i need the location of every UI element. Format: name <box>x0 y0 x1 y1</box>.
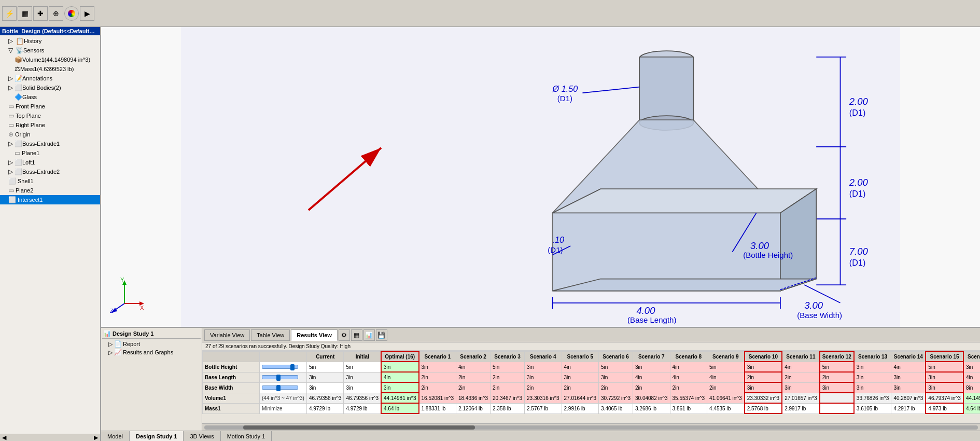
row-s14-base-width: 3in <box>891 382 926 393</box>
bottom-tab-motion-study[interactable]: Motion Study 1 <box>221 431 272 441</box>
tree-item-top-plane[interactable]: ▭ Top Plane <box>0 111 100 120</box>
ds-item-results[interactable]: ▷ 📈 Results and Graphs <box>102 348 201 356</box>
row-s7-bottle-height: 3in <box>633 362 670 372</box>
tree-label-annotations: Annotations <box>22 75 52 81</box>
table-scroll-bar[interactable] <box>202 423 980 431</box>
top-plane-icon: ▭ <box>8 112 14 119</box>
svg-text:(D1): (D1) <box>849 258 865 267</box>
row-s14-base-length: 3in <box>891 372 926 382</box>
row-s11-base-width: 3in <box>782 382 820 393</box>
tree-item-boss-extrude2[interactable]: ▷ ⬜ Boss-Extrude2 <box>0 167 100 176</box>
tree-item-history[interactable]: ▷ 📋 History <box>0 36 100 46</box>
row-s16-bottle-height: 3in <box>963 362 980 372</box>
tree-item-solid-bodies[interactable]: ▷ ⬜ Solid Bodies(2) <box>0 83 100 92</box>
row-slider-base-width[interactable] <box>260 382 307 393</box>
tree-item-boss-extrude1[interactable]: ▷ ⬜ Boss-Extrude1 <box>0 139 100 148</box>
row-s6-bottle-height: 5in <box>599 362 633 372</box>
scroll-track[interactable] <box>204 425 978 430</box>
row-s14-bottle-height: 4in <box>891 362 926 372</box>
table-icon-btn[interactable]: ▦ <box>351 329 362 341</box>
row-s10-volume1: 23.30332 in^3 <box>745 393 782 403</box>
row-s5-volume1: 27.01644 in^3 <box>562 393 599 403</box>
row-s2-bottle-height: 4in <box>456 362 491 372</box>
tree-scroll-bar[interactable]: ◀ ▶ <box>0 434 100 441</box>
row-s12-mass1 <box>820 403 854 414</box>
col-header-s7: Scenario 7 <box>633 351 670 362</box>
tree-item-mass[interactable]: ⚖ Mass1(4.6399523 lb) <box>0 64 100 74</box>
row-constraint-mass1: Minimize <box>260 403 307 414</box>
3d-views-tab-label: 3D Views <box>190 433 214 439</box>
row-s7-base-length: 4in <box>633 372 670 382</box>
tree-item-annotations[interactable]: ▷ 📝 Annotations <box>0 74 100 83</box>
chart-icon-btn[interactable]: 📊 <box>363 329 375 341</box>
row-s15-mass1: 4.973 lb <box>926 403 963 414</box>
tab-results-view[interactable]: Results View <box>291 329 338 341</box>
row-slider-base-length[interactable] <box>260 372 307 382</box>
tree-item-volume[interactable]: 📦 Volume1(44.1498094 in^3) <box>0 55 100 64</box>
toolbar-btn-4[interactable]: ⊕ <box>49 6 63 21</box>
tree-item-intersect1[interactable]: ⬜ Intersect1 <box>0 195 100 204</box>
svg-text:(D1): (D1) <box>849 189 865 198</box>
col-header-s14: Scenario 14 <box>891 351 926 362</box>
tree-item-plane2[interactable]: ▭ Plane2 <box>0 186 100 195</box>
row-s14-volume1: 40.2807 in^3 <box>891 393 926 403</box>
row-s1-volume1: 16.52081 in^3 <box>419 393 456 403</box>
toolbar-btn-5[interactable] <box>64 6 79 21</box>
bottom-tab-model[interactable]: Model <box>101 431 130 441</box>
scroll-right-icon[interactable]: ▶ <box>94 434 98 441</box>
scroll-left-icon[interactable]: ◀ <box>2 434 6 441</box>
svg-text:Z: Z <box>110 308 114 314</box>
tree-item-plane1[interactable]: ▭ Plane1 <box>0 148 100 158</box>
results-label: Results and Graphs <box>123 349 173 355</box>
toolbar-btn-1[interactable]: ⚡ <box>2 6 17 21</box>
right-area: 2.00 (D1) 2.00 (D1) 7.00 (D1) <box>101 27 980 441</box>
toolbar-btn-expand[interactable]: ▶ <box>80 6 94 21</box>
table-row-base-length: Base Length 3in 3in 4in 2in 2in 2in <box>203 372 981 382</box>
tab-variable-view[interactable]: Variable View <box>204 329 250 341</box>
row-s5-base-width: 2in <box>562 382 599 393</box>
bottom-tab-design-study[interactable]: Design Study 1 <box>130 431 184 441</box>
row-slider-bottle-height[interactable] <box>260 362 307 372</box>
tree-label-mass: Mass1(4.6399523 lb) <box>20 66 74 72</box>
tree-item-origin[interactable]: ⊕ Origin <box>0 130 100 139</box>
col-header-s9: Scenario 9 <box>707 351 745 362</box>
results-table-container[interactable]: Current Initial Optimal (16) Scenario 1 … <box>202 351 980 423</box>
plane1-icon: ▭ <box>15 149 20 157</box>
bottom-tab-3d-views[interactable]: 3D Views <box>184 431 220 441</box>
toolbar-btn-3[interactable]: ✚ <box>33 6 48 21</box>
tree-item-shell1[interactable]: ⬜ Shell1 <box>0 176 100 186</box>
tree-item-right-plane[interactable]: ▭ Right Plane <box>0 120 100 130</box>
tree-item-loft1[interactable]: ▷ ⬜ Loft1 <box>0 158 100 167</box>
settings-icon-btn[interactable]: ⚙ <box>339 329 350 341</box>
expand-icon-sensors: ▽ <box>8 47 13 54</box>
row-initial-base-length: 3in <box>344 372 381 382</box>
row-name-mass1: Mass1 <box>203 403 260 414</box>
tree-label-origin: Origin <box>15 131 30 137</box>
design-study-icon: 📊 <box>103 330 111 337</box>
tree-item-front-plane[interactable]: ▭ Front Plane <box>0 102 100 111</box>
main-layout: Bottle_Design (Default<<Default>_Di ▷ 📋 … <box>0 27 980 441</box>
row-s6-mass1: 3.4065 lb <box>599 403 633 414</box>
toolbar-btn-2[interactable]: ▦ <box>18 6 32 21</box>
viewport[interactable]: 2.00 (D1) 2.00 (D1) 7.00 (D1) <box>101 27 980 327</box>
bottom-tabs: Model Design Study 1 3D Views Motion Stu… <box>101 431 980 441</box>
row-s4-base-length: 3in <box>525 372 562 382</box>
row-s13-bottle-height: 3in <box>854 362 891 372</box>
tab-table-view[interactable]: Table View <box>251 329 290 341</box>
expand-icon: ▷ <box>8 37 13 45</box>
solid-bodies-icon: ⬜ <box>15 84 22 91</box>
scroll-thumb[interactable] <box>243 425 475 430</box>
expand-icon-loft1: ▷ <box>8 159 13 166</box>
row-s9-base-length: 4in <box>707 372 745 382</box>
model-tab-label: Model <box>107 433 123 439</box>
row-optimal-bottle-height: 3in <box>381 362 419 372</box>
status-bar: 27 of 29 scenarios ran successfully. Des… <box>202 342 980 351</box>
tree-item-glass[interactable]: 🔷 Glass <box>0 92 100 102</box>
ds-item-report[interactable]: ▷ 📄 Report <box>102 340 201 348</box>
col-header-s11: Scenario 11 <box>782 351 820 362</box>
save-icon-btn[interactable]: 💾 <box>376 329 387 341</box>
tree-item-sensors[interactable]: ▽ 📡 Sensors <box>0 46 100 55</box>
row-s4-mass1: 2.5767 lb <box>525 403 562 414</box>
row-initial-volume1: 46.79356 in^3 <box>344 393 381 403</box>
plane2-icon: ▭ <box>8 187 14 194</box>
